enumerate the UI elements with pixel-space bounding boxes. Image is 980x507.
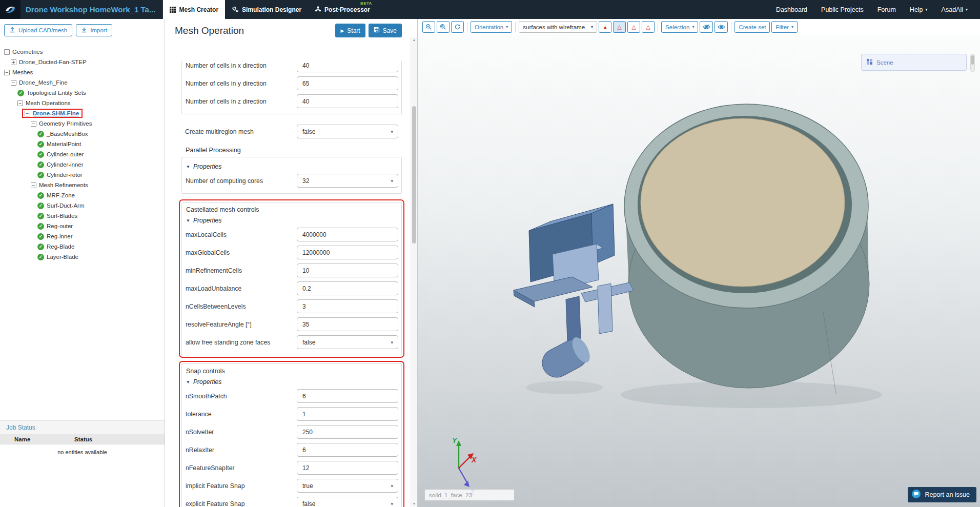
tree-item-drone-shm-fine[interactable]: −Drone-SHM-Fine xyxy=(0,108,165,118)
scene-panel[interactable]: Scene xyxy=(861,54,967,71)
properties-toggle[interactable]: ▼Properties xyxy=(186,217,398,224)
tree-item-materialpoint[interactable]: ✓MaterialPoint xyxy=(0,139,165,149)
tree-item-label[interactable]: Cylinder-inner xyxy=(47,161,84,168)
tree-item-cylinder-outer[interactable]: ✓Cylinder-outer xyxy=(0,149,165,159)
dropdown-allow-free-standing-zone-faces[interactable]: false▾ xyxy=(297,335,398,349)
create-set-button[interactable]: Create set xyxy=(734,21,770,33)
tree-item-reg-outer[interactable]: ✓Reg-outer xyxy=(0,221,165,231)
tree-item-label[interactable]: Reg-outer xyxy=(47,223,73,229)
tree-item-label[interactable]: Meshes xyxy=(12,69,33,75)
tree-item-label[interactable]: Cylinder-rotor xyxy=(47,172,83,178)
zoom-extents-button[interactable] xyxy=(437,21,450,33)
orientation-dropdown[interactable]: Orientation ▾ xyxy=(471,21,512,33)
tree-item-label[interactable]: Surf-Blades xyxy=(47,213,77,219)
dropdown-number-of-computing-cores[interactable]: 32▾ xyxy=(297,174,398,188)
mesh-quality-outline-button[interactable]: △ xyxy=(627,21,640,33)
input-maxloadunbalance[interactable] xyxy=(297,281,398,295)
collapse-icon[interactable]: − xyxy=(31,182,36,188)
import-button[interactable]: Import xyxy=(76,24,112,36)
link-asadali[interactable]: AsadAli▾ xyxy=(942,6,968,13)
dropdown-create-multiregion-mesh[interactable]: false▾ xyxy=(297,125,398,138)
expand-icon[interactable]: + xyxy=(11,59,16,65)
save-button[interactable]: Save xyxy=(369,24,402,37)
tree-item-label[interactable]: Geometry Primitives xyxy=(39,120,92,127)
tree-item-drone-ducted-fan-step[interactable]: +Drone_Ducted-Fan-STEP xyxy=(0,57,165,67)
tree-item-meshes[interactable]: −Meshes xyxy=(0,67,165,77)
collapse-icon[interactable]: − xyxy=(31,121,36,127)
tree-item-mesh-refinements[interactable]: −Mesh Refinements xyxy=(0,180,165,190)
tree-item-label[interactable]: Topological Entity Sets xyxy=(27,90,86,96)
upload-cad-button[interactable]: Upload CAD/mesh xyxy=(4,24,72,36)
collapse-icon[interactable]: − xyxy=(17,100,23,106)
tree-item-reg-blade[interactable]: ✓Reg-Blade xyxy=(0,241,165,252)
zoom-in-button[interactable] xyxy=(422,21,435,33)
tree-item-label[interactable]: Reg-inner xyxy=(47,233,73,239)
scene-scrollbar[interactable] xyxy=(970,54,975,72)
tree-item-surf-blades[interactable]: ✓Surf-Blades xyxy=(0,211,165,221)
tree-item-label[interactable]: Mesh Refinements xyxy=(39,182,88,188)
dropdown-explicit-feature-snap[interactable]: false▾ xyxy=(297,497,398,507)
tree-item-surf-duct-arm[interactable]: ✓Surf-Duct-Arm xyxy=(0,200,165,211)
properties-toggle[interactable]: ▼Properties xyxy=(186,378,398,386)
start-button[interactable]: ▶ Start xyxy=(335,24,365,37)
input-minrefinementcells[interactable] xyxy=(297,263,398,277)
filter-dropdown[interactable]: Filter ▾ xyxy=(771,21,798,33)
tree-item-label[interactable]: Drone-SHM-Fine xyxy=(33,110,79,116)
tree-item-label[interactable]: Cylinder-outer xyxy=(47,151,84,157)
3d-canvas[interactable]: Y X Z Scene xyxy=(418,35,980,507)
tree-item-cylinder-rotor[interactable]: ✓Cylinder-rotor xyxy=(0,170,165,180)
panel-scrollbar[interactable]: ▲ ▼ xyxy=(411,37,417,507)
tree-item-reg-inner[interactable]: ✓Reg-inner xyxy=(0,231,165,241)
project-title[interactable]: Drone Workshop HomeWork_1 Ta... xyxy=(26,0,155,19)
scroll-up-icon[interactable]: ▲ xyxy=(411,37,417,43)
tree-item-drone-mesh-fine[interactable]: −Drone_Mesh_Fine xyxy=(0,77,165,88)
link-dashboard[interactable]: Dashboard xyxy=(776,6,807,13)
link-public-projects[interactable]: Public Projects xyxy=(821,6,864,13)
input-resolvefeatureangle[interactable] xyxy=(297,317,398,331)
tree-item-label[interactable]: Drone_Mesh_Fine xyxy=(19,79,68,86)
input-maxlocalcells[interactable] xyxy=(297,228,398,241)
tree-item-mesh-operations[interactable]: −Mesh Operations xyxy=(0,98,165,108)
mesh-quality-alt-button[interactable]: △ xyxy=(642,21,655,33)
tab-simulation-designer[interactable]: Simulation Designer xyxy=(225,0,308,19)
tree-item-label[interactable]: MRF-Zone xyxy=(47,192,75,198)
hide-selection-button[interactable] xyxy=(700,21,713,33)
collapse-icon[interactable]: − xyxy=(25,111,30,116)
selected-face-field[interactable] xyxy=(424,489,515,501)
link-forum[interactable]: Forum xyxy=(877,6,896,13)
tree-item-label[interactable]: Drone_Ducted-Fan-STEP xyxy=(19,59,87,65)
mesh-quality-solid-button[interactable]: ▲ xyxy=(599,21,611,33)
tree-item-geometries[interactable]: −Geometries xyxy=(0,47,165,57)
input-ncellsbetweenlevels[interactable] xyxy=(297,299,398,313)
tree-item-label[interactable]: Reg-Blade xyxy=(47,244,74,250)
app-logo[interactable] xyxy=(0,0,21,19)
tree-item-mrf-zone[interactable]: ✓MRF-Zone xyxy=(0,190,165,200)
input-number-of-cells-in-z-direction[interactable] xyxy=(297,94,398,108)
properties-toggle[interactable]: ▼Properties xyxy=(186,163,398,170)
scroll-down-icon[interactable]: ▼ xyxy=(411,501,417,507)
input-nsolveiter[interactable] xyxy=(297,425,398,439)
tree-item-label[interactable]: MaterialPoint xyxy=(47,141,81,147)
collapse-icon[interactable]: − xyxy=(4,70,10,75)
display-mode-select[interactable]: surfaces with wireframe ▾ xyxy=(519,21,597,33)
dropdown-implicit-feature-snap[interactable]: true▾ xyxy=(297,479,398,493)
collapse-icon[interactable]: − xyxy=(11,80,16,86)
collapse-icon[interactable]: − xyxy=(4,49,10,55)
tab-mesh-creator[interactable]: Mesh Creator xyxy=(163,0,225,19)
tree-item-label[interactable]: Geometries xyxy=(12,49,43,55)
tree-item-geometry-primitives[interactable]: −Geometry Primitives xyxy=(0,118,165,129)
tree-item-label[interactable]: Layer-Blade xyxy=(47,254,78,260)
tree-item-basemeshbox[interactable]: ✓_BaseMeshBox xyxy=(0,129,165,139)
input-nfeaturesnapiter[interactable] xyxy=(297,461,398,475)
show-selection-button[interactable] xyxy=(714,21,728,33)
mesh-quality-active-button[interactable]: △ xyxy=(613,21,626,33)
scrollbar-thumb[interactable] xyxy=(412,106,416,244)
tree-item-cylinder-inner[interactable]: ✓Cylinder-inner xyxy=(0,159,165,170)
input-number-of-cells-in-y-direction[interactable] xyxy=(297,76,398,90)
input-number-of-cells-in-x-direction[interactable] xyxy=(297,61,398,72)
selection-dropdown[interactable]: Selection ▾ xyxy=(661,21,698,33)
input-tolerance[interactable] xyxy=(297,407,398,421)
input-nrelaxiter[interactable] xyxy=(297,443,398,457)
tree-item-label[interactable]: Surf-Duct-Arm xyxy=(47,202,84,209)
tree-item-label[interactable]: Mesh Operations xyxy=(26,100,71,106)
